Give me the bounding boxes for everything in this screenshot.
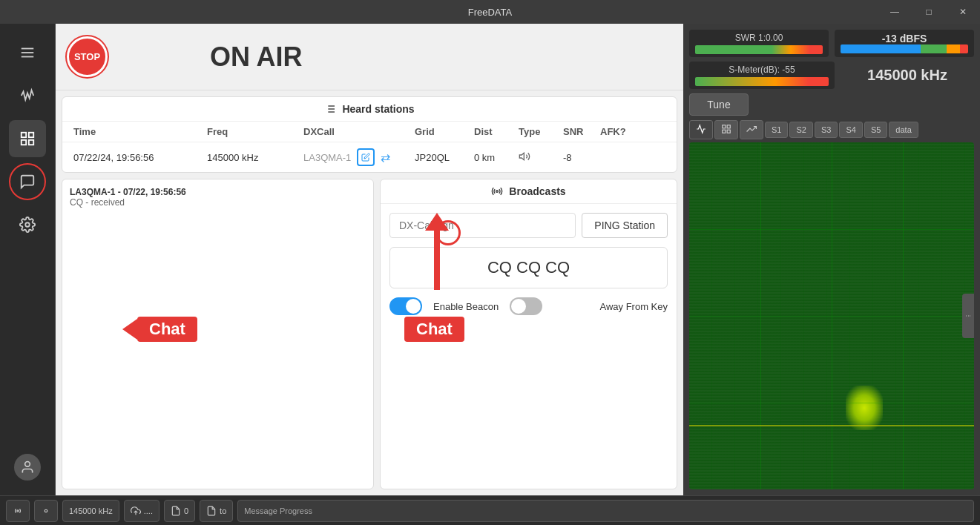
tab-s1[interactable]: S1 <box>765 122 788 138</box>
afk-toggle[interactable] <box>510 297 542 315</box>
right-panel: SWR 1:0.00 -13 dBFS S-Meter(dB): -55 <box>683 24 980 495</box>
broadcast-icon <box>491 185 503 197</box>
tab-waterfall[interactable] <box>689 120 713 139</box>
broadcast-button[interactable] <box>6 500 30 522</box>
freq-button[interactable]: 145000 kHz <box>62 500 119 522</box>
col-dxcall: DXCall <box>303 126 415 137</box>
svg-rect-19 <box>723 130 726 133</box>
progress-bar-container: Message Progress <box>237 500 974 522</box>
stop-sign[interactable]: STOP <box>67 36 108 77</box>
list-icon <box>324 103 336 115</box>
tab-s5[interactable]: S5 <box>864 122 887 138</box>
row-time: 07/22/24, 19:56:56 <box>73 152 207 163</box>
svg-point-7 <box>25 222 30 227</box>
avatar[interactable] <box>14 454 41 481</box>
to-button[interactable]: to <box>200 500 233 522</box>
enable-beacon-toggle[interactable] <box>389 297 422 315</box>
doc-icon <box>171 506 181 516</box>
upload-button[interactable]: .... <box>124 500 160 522</box>
row-callsign: LA3QMA-1 <box>303 152 351 163</box>
count-label: 0 <box>184 506 188 515</box>
on-air-header: STOP ON AIR <box>56 24 683 90</box>
svg-point-8 <box>25 462 30 467</box>
swr-meter: SWR 1:0.00 <box>689 30 829 57</box>
away-from-key-label: Away From Key <box>599 301 668 312</box>
heard-stations-title: Heard stations <box>342 103 414 115</box>
tune-button[interactable]: Tune <box>689 93 749 116</box>
col-afk: AFK? <box>600 126 637 137</box>
col-dist: Dist <box>474 126 519 137</box>
svg-point-22 <box>45 509 47 512</box>
enable-beacon-label: Enable Beacon <box>433 301 499 312</box>
row-dxcall-cell: LA3QMA-1 ⇄ <box>303 148 415 166</box>
swr-label: SWR 1:0.00 <box>695 33 823 43</box>
tab-s3[interactable]: S3 <box>815 122 838 138</box>
tab-data[interactable]: data <box>889 122 918 138</box>
settings-bottom-button[interactable] <box>34 500 58 522</box>
row-freq: 145000 kHz <box>207 152 303 163</box>
edit-icon <box>361 153 370 162</box>
smeter-bar <box>695 77 829 86</box>
sidebar-item-menu[interactable] <box>9 34 46 71</box>
beacon-row: Enable Beacon Away From Key <box>389 297 668 315</box>
freq-display: 145000 kHz <box>841 67 974 84</box>
right-handle[interactable]: ⋮ <box>962 294 974 338</box>
chat-callsign: LA3QMA-1 - 07/22, 19:56:56 <box>70 187 366 197</box>
smeter-row: S-Meter(dB): -55 145000 kHz <box>689 62 974 89</box>
dbfs-bar-yellow <box>947 44 960 53</box>
tab-s4[interactable]: S4 <box>839 122 862 138</box>
close-button[interactable]: ✕ <box>946 0 980 24</box>
svg-rect-17 <box>723 125 726 128</box>
sidebar-item-gear[interactable] <box>9 206 46 243</box>
col-time: Time <box>73 126 207 137</box>
waterfall-signal <box>846 386 883 430</box>
broadcasts-section: Broadcasts PING Station CQ CQ CQ Enable … <box>380 179 677 489</box>
waterfall: ⋮ <box>689 142 974 489</box>
col-snr: SNR <box>563 126 600 137</box>
dx-callsign-row: PING Station <box>389 213 668 238</box>
app-title: FreeDATA <box>468 7 512 18</box>
bottom-sections: LA3QMA-1 - 07/22, 19:56:56 CQ - received… <box>62 179 677 489</box>
dots-label: .... <box>144 506 153 515</box>
tab-s2[interactable]: S2 <box>789 122 812 138</box>
sidebar-item-chat[interactable] <box>9 163 46 200</box>
maximize-button[interactable]: □ <box>912 0 946 24</box>
svg-marker-15 <box>519 153 524 159</box>
row-type-icon <box>519 151 563 165</box>
row-dist: 0 km <box>474 152 519 163</box>
row-snr: -8 <box>563 152 600 163</box>
chat-text: CQ - received <box>70 197 366 208</box>
progress-label: Message Progress <box>244 506 312 515</box>
smeter-label: S-Meter(dB): -55 <box>695 65 829 75</box>
to-label: to <box>220 506 226 515</box>
edit-icon-button[interactable] <box>357 148 375 166</box>
cq-button[interactable]: CQ CQ CQ <box>389 247 668 288</box>
reply-icon[interactable]: ⇄ <box>381 151 390 165</box>
chat-section: LA3QMA-1 - 07/22, 19:56:56 CQ - received <box>62 179 374 489</box>
bottom-bar: 145000 kHz .... 0 to Message Progress <box>0 495 980 525</box>
doc-button[interactable]: 0 <box>164 500 195 522</box>
sidebar-item-waveform[interactable] <box>9 77 46 114</box>
tab-chart[interactable] <box>740 120 763 139</box>
minimize-button[interactable]: — <box>878 0 912 24</box>
sidebar-item-grid[interactable] <box>9 120 46 157</box>
svg-rect-18 <box>727 125 730 128</box>
col-grid: Grid <box>415 126 474 137</box>
svg-rect-5 <box>22 140 26 145</box>
table-header: Time Freq DXCall Grid Dist Type SNR AFK? <box>62 122 677 142</box>
dbfs-value: -13 dBFS <box>841 33 968 44</box>
dbfs-section: -13 dBFS <box>835 30 974 57</box>
view-tabs: S1 S2 S3 S4 S5 data <box>689 120 974 139</box>
tab-grid[interactable] <box>714 120 738 139</box>
meter-section: SWR 1:0.00 -13 dBFS <box>689 30 974 57</box>
ping-station-button[interactable]: PING Station <box>582 213 668 238</box>
content-area: STOP ON AIR Heard stations <box>56 24 980 495</box>
sidebar <box>0 24 56 495</box>
dx-callsign-input[interactable] <box>389 213 576 238</box>
broadcasts-header: Broadcasts <box>381 179 677 204</box>
window-controls: — □ ✕ <box>878 0 980 24</box>
swr-bar <box>695 45 823 54</box>
svg-rect-6 <box>29 140 33 145</box>
main-panel: STOP ON AIR Heard stations <box>56 24 683 495</box>
waterfall-noise <box>689 142 974 489</box>
